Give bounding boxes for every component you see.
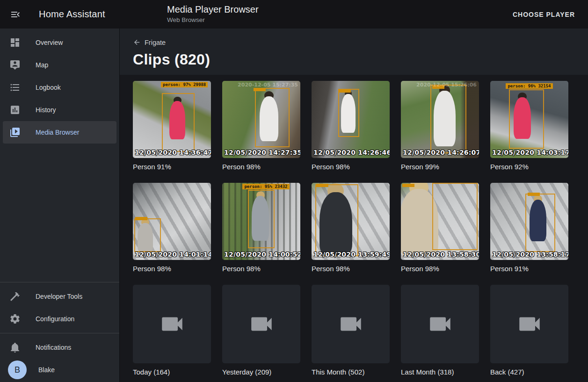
breadcrumb-back[interactable]: Frigate — [133, 38, 166, 46]
sidebar-item-label: Logbook — [36, 84, 61, 91]
clip-thumbnail[interactable]: 12/05/2020 14:26:46 — [312, 81, 390, 158]
sidebar-item-label: Notifications — [36, 344, 71, 351]
clip-caption: Person 98% — [222, 265, 300, 273]
folder-label: Last Month (318) — [401, 368, 479, 376]
clip-thumbnail[interactable]: 2020-12-05 15:26:0612/05/2020 14:26:07 — [401, 81, 479, 158]
folder-thumbnail[interactable] — [133, 285, 211, 363]
sidebar-divider — [0, 282, 119, 282]
tooltip-account-icon — [9, 59, 21, 71]
clip-card[interactable]: 12/05/2020 14:26:46Person 98% — [312, 81, 390, 171]
clip-caption: Person 91% — [490, 265, 568, 273]
clip-thumbnail[interactable]: 12/05/2020 14:01:14 — [133, 183, 211, 260]
sidebar-item-media-browser[interactable]: Media Browser — [3, 121, 116, 144]
clip-thumbnail[interactable]: person: 96% 3215412/05/2020 14:03:17 — [490, 81, 568, 158]
view-dashboard-icon — [9, 37, 21, 48]
sidebar-item-logbook[interactable]: Logbook — [3, 76, 116, 99]
videocam-icon — [427, 310, 454, 338]
sidebar-item-developer-tools[interactable]: Developer Tools — [3, 285, 116, 308]
sidebar-item-map[interactable]: Map — [3, 54, 116, 76]
avatar: B — [8, 360, 27, 379]
folder-thumbnail[interactable] — [401, 285, 479, 363]
menu-open-icon[interactable] — [10, 9, 21, 20]
detection-box — [509, 89, 544, 149]
videocam-icon — [516, 310, 543, 338]
detection-box — [338, 89, 359, 137]
folder-card[interactable]: Back (427) — [490, 285, 568, 376]
sidebar-item-label: Map — [36, 61, 48, 69]
timestamp-overlay: 12/05/2020 14:27:35 — [224, 149, 300, 156]
detection-label: person: 97% 29988 — [161, 82, 208, 87]
folder-thumbnail[interactable] — [222, 285, 300, 363]
clip-card[interactable]: person: 97% 2998812/05/2020 14:36:47Pers… — [133, 81, 211, 171]
detection-label-small — [339, 89, 351, 93]
clip-card[interactable]: 12/05/2020 13:58:17Person 91% — [490, 183, 568, 273]
format-list-bulleted-icon — [9, 82, 21, 93]
folder-card[interactable]: Yesterday (209) — [222, 285, 300, 376]
folder-card[interactable]: Last Month (318) — [401, 285, 479, 376]
folder-thumbnail[interactable] — [312, 285, 390, 363]
breadcrumb-label: Frigate — [145, 39, 166, 46]
app-header: Home Assistant Media Player Browser Web … — [0, 0, 588, 29]
camera-osd-datetime: 2020-12-05 15:27:35 — [238, 82, 298, 88]
chart-box-icon — [9, 104, 21, 115]
clip-caption: Person 92% — [490, 163, 568, 171]
arrow-left-icon — [133, 38, 141, 46]
clip-caption: Person 98% — [401, 265, 479, 273]
page-heading-title: Media Player Browser — [167, 4, 259, 15]
sidebar-item-label: Configuration — [36, 315, 74, 323]
clips-grid: person: 97% 2998812/05/2020 14:36:47Pers… — [133, 81, 575, 273]
timestamp-overlay: 12/05/2020 14:26:46 — [313, 149, 390, 156]
main-content: Frigate Clips (820) person: 97% 2998812/… — [120, 29, 588, 382]
sidebar-item-profile[interactable]: B Blake — [3, 359, 116, 381]
folder-label: Today (164) — [133, 368, 211, 376]
clip-card[interactable]: 12/05/2020 13:58:30Person 98% — [401, 183, 479, 273]
media-browser-body: person: 97% 2998812/05/2020 14:36:47Pers… — [120, 75, 588, 382]
folder-label: Yesterday (209) — [222, 368, 300, 376]
detection-box — [430, 85, 466, 153]
clip-card[interactable]: 2020-12-05 15:27:3512/05/2020 14:27:35Pe… — [222, 81, 300, 171]
clip-thumbnail[interactable]: 12/05/2020 13:59:49 — [312, 183, 390, 260]
sidebar-nav-list: Overview Map Logbook History Media Brows… — [0, 29, 119, 144]
sidebar-item-overview[interactable]: Overview — [3, 31, 116, 54]
clip-thumbnail[interactable]: person: 95% 2343212/05/2020 14:00:52 — [222, 183, 300, 260]
sidebar-item-label: Developer Tools — [36, 293, 82, 300]
page-heading-subtitle: Web Browser — [167, 16, 259, 23]
page-title: Clips (820) — [133, 51, 588, 68]
sidebar-item-notifications[interactable]: Notifications — [3, 336, 116, 359]
folder-thumbnail[interactable] — [490, 285, 568, 363]
timestamp-overlay: 12/05/2020 14:03:17 — [492, 149, 568, 156]
sidebar-item-configuration[interactable]: Configuration — [3, 308, 116, 330]
folders-grid: Today (164)Yesterday (209)This Month (50… — [133, 285, 575, 376]
page-heading: Media Player Browser Web Browser — [167, 4, 259, 23]
clip-caption: Person 91% — [133, 163, 211, 171]
detection-label-small — [254, 88, 266, 91]
timestamp-overlay: 12/05/2020 14:36:47 — [135, 149, 211, 156]
detection-label-small — [402, 184, 414, 187]
camera-osd-datetime: 2020-12-05 15:26:06 — [416, 82, 477, 88]
videocam-icon — [337, 310, 364, 338]
detection-box — [248, 190, 275, 248]
clip-card[interactable]: 12/05/2020 13:59:49Person 98% — [312, 183, 390, 273]
detection-box — [134, 218, 161, 252]
clip-card[interactable]: person: 95% 2343212/05/2020 14:00:52Pers… — [222, 183, 300, 273]
hammer-icon — [9, 291, 21, 302]
folder-card[interactable]: This Month (502) — [312, 285, 390, 376]
timestamp-overlay: 12/05/2020 13:58:30 — [403, 251, 479, 258]
clip-thumbnail[interactable]: person: 97% 2998812/05/2020 14:36:47 — [133, 81, 211, 158]
sidebar-item-history[interactable]: History — [3, 99, 116, 121]
detection-box — [525, 194, 555, 252]
clip-card[interactable]: person: 96% 3215412/05/2020 14:03:17Pers… — [490, 81, 568, 171]
clip-card[interactable]: 2020-12-05 15:26:0612/05/2020 14:26:07Pe… — [401, 81, 479, 171]
clip-thumbnail[interactable]: 12/05/2020 13:58:30 — [401, 183, 479, 260]
sidebar: Overview Map Logbook History Media Brows… — [0, 29, 120, 382]
clip-thumbnail[interactable]: 12/05/2020 13:58:17 — [490, 183, 568, 260]
content-header: Frigate Clips (820) — [120, 29, 588, 75]
choose-player-button[interactable]: CHOOSE PLAYER — [509, 0, 579, 29]
detection-box — [255, 88, 289, 147]
clip-caption: Person 98% — [312, 163, 390, 171]
clip-caption: Person 98% — [133, 265, 211, 273]
clip-card[interactable]: 12/05/2020 14:01:14Person 98% — [133, 183, 211, 273]
clip-thumbnail[interactable]: 2020-12-05 15:27:3512/05/2020 14:27:35 — [222, 81, 300, 158]
detection-label-small — [528, 193, 540, 196]
folder-card[interactable]: Today (164) — [133, 285, 211, 376]
